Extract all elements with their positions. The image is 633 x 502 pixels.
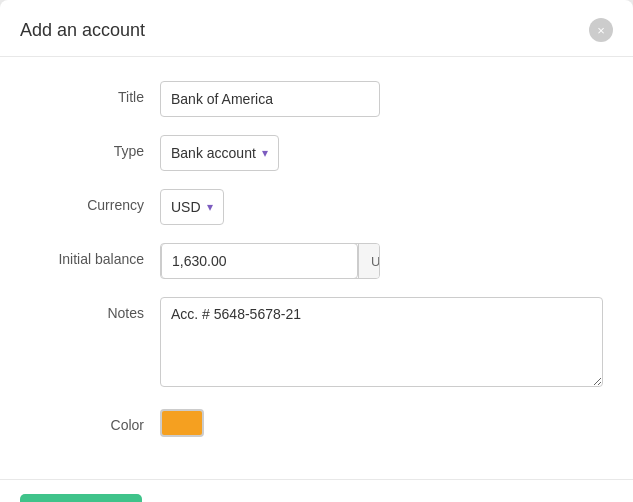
balance-wrapper: USD (160, 243, 380, 279)
currency-label: Currency (30, 189, 160, 213)
color-swatch[interactable] (160, 409, 204, 437)
dialog-title: Add an account (20, 20, 145, 41)
type-label: Type (30, 135, 160, 159)
cancel-button[interactable]: Cancel (154, 494, 218, 502)
type-value: Bank account (171, 145, 256, 161)
add-account-dialog: Add an account × Title Type Bank account… (0, 0, 633, 502)
close-button[interactable]: × (589, 18, 613, 42)
balance-row: Initial balance USD (30, 243, 603, 279)
title-label: Title (30, 81, 160, 105)
notes-row: Notes (30, 297, 603, 391)
chevron-down-icon: ▾ (262, 146, 268, 160)
dialog-footer: Add account Cancel (0, 479, 633, 502)
color-row: Color (30, 409, 603, 437)
balance-label: Initial balance (30, 243, 160, 267)
add-account-button[interactable]: Add account (20, 494, 142, 502)
currency-value: USD (171, 199, 201, 215)
title-row: Title (30, 81, 603, 117)
balance-control: USD (160, 243, 603, 279)
currency-control: USD ▾ (160, 189, 603, 225)
title-control (160, 81, 603, 117)
title-input[interactable] (160, 81, 380, 117)
dialog-header: Add an account × (0, 0, 633, 57)
type-row: Type Bank account ▾ (30, 135, 603, 171)
notes-textarea[interactable] (160, 297, 603, 387)
balance-input[interactable] (161, 243, 358, 279)
type-select[interactable]: Bank account ▾ (160, 135, 279, 171)
balance-suffix: USD (358, 244, 380, 278)
notes-control (160, 297, 603, 391)
currency-row: Currency USD ▾ (30, 189, 603, 225)
dialog-body: Title Type Bank account ▾ Currency USD ▾ (0, 57, 633, 479)
currency-select[interactable]: USD ▾ (160, 189, 224, 225)
type-control: Bank account ▾ (160, 135, 603, 171)
notes-label: Notes (30, 297, 160, 321)
color-control (160, 409, 603, 437)
chevron-down-icon: ▾ (207, 200, 213, 214)
color-label: Color (30, 409, 160, 433)
